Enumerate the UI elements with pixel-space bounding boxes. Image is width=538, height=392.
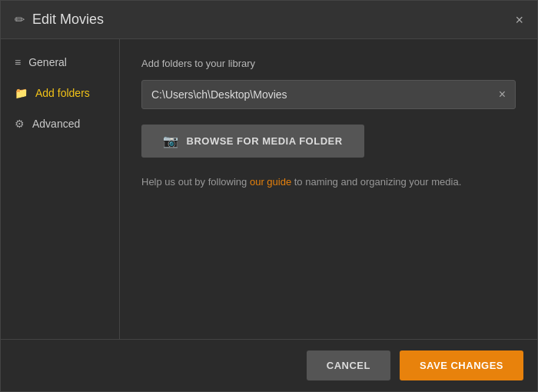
sidebar-item-general[interactable]: ≡ General	[1, 47, 119, 78]
browse-button[interactable]: 📷 BROWSE FOR MEDIA FOLDER	[141, 125, 364, 158]
folder-icon: 📁	[15, 87, 28, 99]
dialog-title-area: ✏ Edit Movies	[15, 12, 104, 28]
dialog-title: Edit Movies	[32, 12, 104, 28]
close-button[interactable]: ×	[515, 13, 523, 27]
help-text-before: Help us out by following	[141, 176, 250, 188]
dialog-header: ✏ Edit Movies ×	[1, 1, 537, 39]
edit-movies-dialog: ✏ Edit Movies × ≡ General 📁 Add folders …	[0, 0, 538, 392]
sidebar-item-add-folders[interactable]: 📁 Add folders	[1, 78, 119, 108]
help-text-after: to naming and organizing your media.	[291, 176, 461, 188]
dialog-body: ≡ General 📁 Add folders ⚙ Advanced Add f…	[1, 39, 537, 339]
sidebar-label-general: General	[28, 56, 67, 68]
cancel-button[interactable]: CANCEL	[307, 350, 390, 380]
folder-clear-button[interactable]: ×	[490, 81, 515, 108]
general-icon: ≡	[15, 56, 21, 68]
gear-icon: ⚙	[15, 118, 25, 130]
sidebar-label-advanced: Advanced	[32, 118, 80, 130]
section-label: Add folders to your library	[141, 58, 516, 69]
help-guide-link[interactable]: our guide	[250, 176, 291, 188]
sidebar-label-add-folders: Add folders	[35, 87, 90, 99]
sidebar-item-advanced[interactable]: ⚙ Advanced	[1, 108, 119, 139]
folder-input-row: ×	[141, 80, 516, 109]
browse-button-label: BROWSE FOR MEDIA FOLDER	[187, 135, 343, 147]
sidebar: ≡ General 📁 Add folders ⚙ Advanced	[1, 39, 120, 339]
pencil-icon: ✏	[15, 12, 25, 27]
main-content: Add folders to your library × 📷 BROWSE F…	[120, 39, 537, 339]
folder-path-input[interactable]	[142, 81, 490, 108]
dialog-footer: CANCEL SAVE CHANGES	[1, 339, 537, 391]
save-changes-button[interactable]: SAVE CHANGES	[400, 350, 523, 380]
camera-icon: 📷	[163, 134, 179, 148]
help-text: Help us out by following our guide to na…	[141, 174, 516, 190]
